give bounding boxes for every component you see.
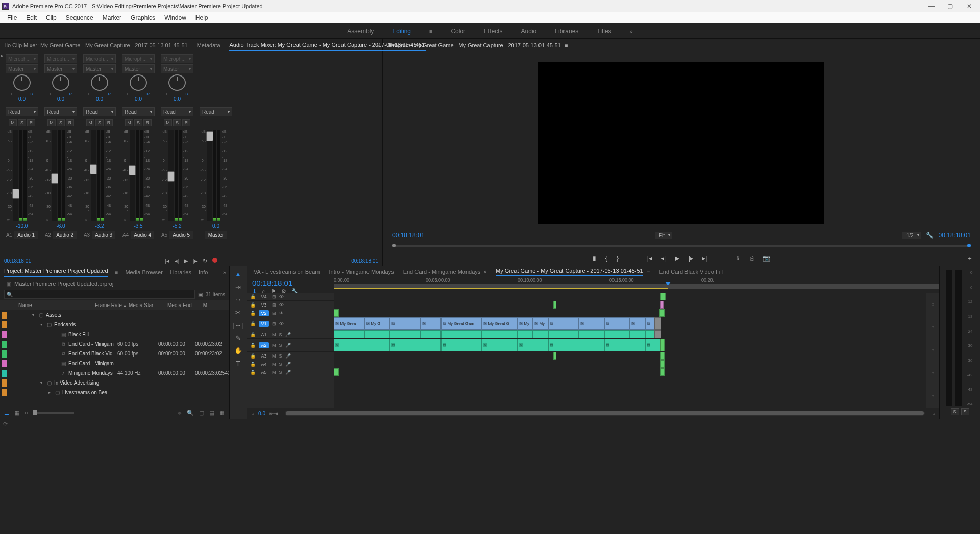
timeline-clip[interactable] (482, 330, 518, 338)
fx-badge-icon[interactable]: fx (483, 322, 487, 325)
program-settings-icon[interactable]: 🔧 (926, 232, 934, 239)
workspace-libraries[interactable]: Libraries (555, 28, 578, 35)
menu-file[interactable]: File (3, 13, 21, 22)
timeline-clip[interactable] (579, 330, 604, 338)
lock-icon[interactable]: 🔒 (250, 362, 256, 367)
mute-button[interactable]: M (272, 370, 276, 375)
menu-window[interactable]: Window (160, 13, 190, 22)
timeline-clip[interactable] (654, 317, 662, 330)
zoom-out-icon[interactable]: ○ (251, 411, 254, 416)
sync-lock-icon[interactable]: ⊞ (272, 311, 276, 316)
menu-edit[interactable]: Edit (22, 13, 41, 22)
record-button[interactable]: R (143, 119, 152, 126)
label-swatch[interactable] (2, 379, 7, 387)
timeline-clip[interactable] (548, 330, 579, 338)
tab-clip-mixer[interactable]: lio Clip Mixer: My Great Game - My Great… (4, 40, 189, 50)
fader[interactable] (52, 130, 57, 221)
type-tool-icon[interactable]: T (236, 360, 240, 367)
track-target[interactable]: V4 (259, 294, 269, 300)
item-name[interactable]: Minigame Mondays (68, 370, 113, 376)
timeline-clip[interactable]: fx (579, 317, 604, 330)
selection-tool-icon[interactable]: ▲ (235, 270, 241, 278)
solo-button[interactable]: S (134, 119, 142, 126)
disclosure-arrow-icon[interactable]: ▾ (31, 313, 36, 317)
new-item-icon[interactable]: ▤ (209, 410, 214, 416)
item-name[interactable]: Endcards (54, 322, 76, 327)
solo-button[interactable]: S (279, 343, 282, 348)
seq-tab-2[interactable]: End Card - Minigame Mondays (403, 269, 481, 275)
lock-icon[interactable]: 🔒 (250, 370, 256, 375)
project-filter-icon[interactable]: ▣ (198, 292, 203, 297)
fader[interactable] (13, 130, 18, 221)
timeline-clip[interactable] (518, 330, 533, 338)
mixer-play-icon[interactable]: ▶ (184, 258, 188, 264)
add-button-icon[interactable]: ＋ (967, 254, 973, 263)
lock-icon[interactable]: 🔒 (250, 302, 256, 308)
track-target[interactable]: A1 (259, 332, 269, 338)
voiceover-icon[interactable]: 🎤 (285, 343, 291, 348)
timeline-clip[interactable]: fx (482, 339, 518, 351)
bracket-in-icon[interactable]: { (605, 255, 607, 262)
pan-knob[interactable] (130, 74, 147, 91)
timeline-clip[interactable]: fx (548, 317, 579, 330)
project-row[interactable]: ▸ ▢ Livestreams on Bea (0, 388, 229, 397)
fx-badge-icon[interactable]: fx (606, 343, 609, 347)
timeline-clip[interactable] (645, 330, 654, 338)
fader-handle[interactable] (51, 173, 58, 184)
track-target[interactable]: A5 (259, 369, 269, 375)
tab-metadata[interactable]: Metadata (196, 40, 222, 50)
fx-badge-icon[interactable]: fx (550, 343, 553, 347)
tab-libraries[interactable]: Libraries (170, 269, 191, 275)
menu-marker[interactable]: Marker (99, 13, 126, 22)
timeline-clip[interactable] (334, 368, 339, 376)
track-select-tool-icon[interactable]: ⇥ (235, 283, 241, 291)
item-name[interactable]: Assets (46, 312, 61, 318)
timeline-clip[interactable] (660, 301, 664, 309)
track-header-A4[interactable]: 🔒 A4 MS🎤 (247, 360, 334, 368)
workspace-editing[interactable]: Editing (392, 28, 411, 35)
auto-sequence-icon[interactable]: ⎆ (178, 410, 182, 416)
step-fwd-icon[interactable]: |▸ (689, 255, 693, 262)
lock-icon[interactable]: 🔒 (250, 311, 256, 316)
item-name[interactable]: End Card - Minigam (68, 341, 114, 347)
mixer-tab-menu-icon[interactable]: ≡ (433, 43, 436, 48)
automation-dropdown[interactable]: Read▾ (122, 107, 155, 116)
seq-tab-0[interactable]: IVA - Livestreams on Beam (252, 269, 320, 275)
timeline-clip[interactable] (441, 330, 482, 338)
lock-icon[interactable]: 🔒 (250, 343, 256, 348)
fx-badge-icon[interactable]: fx (443, 343, 446, 347)
fx-badge-icon[interactable]: fx (366, 322, 370, 325)
project-row[interactable]: ⧉ End Card Black Vid 60.00 fps 00:00:00:… (0, 349, 229, 359)
timeline-scroll-handles[interactable]: ○○○○○ (926, 293, 939, 408)
close-button[interactable]: ✕ (961, 3, 978, 10)
tab-media-browser[interactable]: Media Browser (125, 269, 162, 275)
list-view-icon[interactable]: ☰ (4, 410, 9, 416)
menu-graphics[interactable]: Graphics (127, 13, 159, 22)
voiceover-icon[interactable]: 🎤 (285, 370, 291, 375)
ripple-tool-icon[interactable]: ↔ (235, 296, 241, 303)
timeline-clip[interactable] (654, 330, 662, 338)
mixer-go-in-icon[interactable]: |◂ (165, 258, 169, 264)
mixer-loop-icon[interactable]: ↻ (203, 258, 207, 264)
track-header-A1[interactable]: 🔒 A1 MS🎤 (247, 330, 334, 339)
record-button[interactable]: R (27, 119, 35, 126)
pen-tool-icon[interactable]: ✎ (235, 334, 241, 342)
channel-input-dropdown[interactable]: Microph...▾ (6, 54, 38, 63)
fx-badge-icon[interactable]: fx (580, 322, 584, 325)
slip-tool-icon[interactable]: |↔| (233, 321, 243, 329)
timeline-clip[interactable]: fx (441, 339, 482, 351)
menu-clip[interactable]: Clip (42, 13, 61, 22)
icon-view-icon[interactable]: ▦ (14, 410, 19, 416)
solo-button[interactable]: S (279, 332, 282, 337)
fader-handle[interactable] (90, 164, 97, 174)
fx-badge-icon[interactable]: fx (335, 343, 339, 347)
disclosure-arrow-icon[interactable]: ▾ (39, 322, 44, 327)
lock-icon[interactable]: 🔒 (250, 294, 256, 299)
fx-badge-icon[interactable]: fx (519, 343, 523, 347)
workspace-overflow-icon[interactable]: » (630, 28, 633, 34)
tab-track-mixer[interactable]: Audio Track Mixer: My Great Game - My Gr… (229, 40, 426, 51)
mixer-step-back-icon[interactable]: ◂| (175, 258, 179, 264)
sync-lock-icon[interactable]: ⊞ (272, 321, 276, 326)
timeline-clip[interactable]: fxMy Great G (482, 317, 518, 330)
mute-button[interactable]: M (47, 119, 56, 126)
